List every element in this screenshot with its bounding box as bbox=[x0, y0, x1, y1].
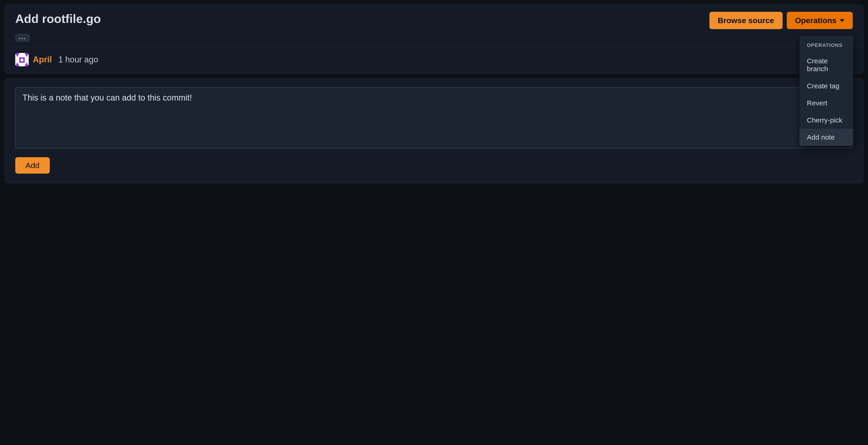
commit-author[interactable]: April bbox=[33, 55, 52, 65]
operations-dropdown: OPERATIONS Create branch Create tag Reve… bbox=[800, 36, 853, 146]
expand-description-button[interactable]: ... bbox=[15, 34, 29, 42]
dropdown-heading: OPERATIONS bbox=[800, 40, 853, 53]
dropdown-item-cherry-pick[interactable]: Cherry-pick bbox=[800, 112, 853, 129]
add-note-button[interactable]: Add bbox=[15, 157, 50, 174]
operations-label: Operations bbox=[795, 16, 837, 25]
note-card: Add bbox=[5, 78, 863, 183]
avatar bbox=[15, 53, 29, 66]
commit-header: Add rootfile.go Browse source Operations… bbox=[5, 5, 863, 31]
browse-source-button[interactable]: Browse source bbox=[709, 12, 783, 29]
svg-rect-7 bbox=[23, 57, 25, 62]
commit-timeago: 1 hour ago bbox=[58, 55, 98, 65]
caret-down-icon bbox=[840, 19, 844, 22]
commit-author-block: April 1 hour ago bbox=[15, 53, 98, 66]
dropdown-item-create-branch[interactable]: Create branch bbox=[800, 53, 853, 77]
svg-rect-6 bbox=[19, 57, 21, 62]
dropdown-item-add-note[interactable]: Add note bbox=[800, 129, 853, 146]
operations-button[interactable]: Operations bbox=[787, 12, 853, 29]
avatar-icon bbox=[15, 53, 29, 66]
commit-meta-row: April 1 hour ago commit bbox=[5, 47, 863, 73]
dropdown-item-revert[interactable]: Revert bbox=[800, 95, 853, 112]
commit-card: Add rootfile.go Browse source Operations… bbox=[5, 5, 863, 73]
dropdown-item-create-tag[interactable]: Create tag bbox=[800, 77, 853, 95]
ellipsis-row: ... bbox=[5, 31, 863, 47]
commit-title: Add rootfile.go bbox=[15, 12, 101, 26]
header-buttons: Browse source Operations OPERATIONS Crea… bbox=[709, 12, 853, 29]
note-textarea[interactable] bbox=[15, 87, 853, 148]
svg-rect-8 bbox=[19, 62, 25, 63]
